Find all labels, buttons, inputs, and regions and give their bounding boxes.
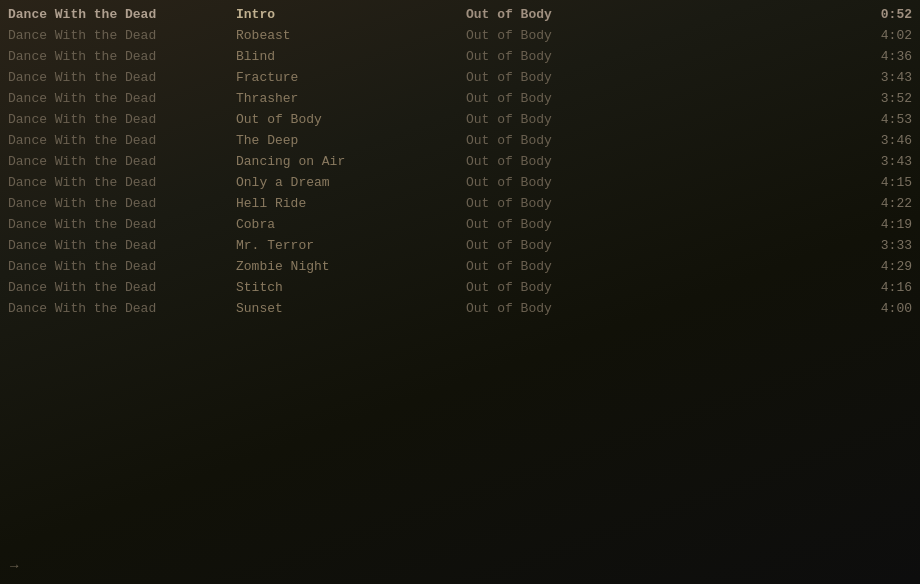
title-cell: Blind <box>228 47 458 66</box>
table-row[interactable]: Dance With the DeadThe DeepOut of Body3:… <box>0 130 920 151</box>
table-row[interactable]: Dance With the DeadStitchOut of Body4:16 <box>0 277 920 298</box>
duration-cell: 4:53 <box>852 110 912 129</box>
artist-cell: Dance With the Dead <box>8 131 228 150</box>
title-cell: Thrasher <box>228 89 458 108</box>
duration-cell: 4:00 <box>852 299 912 318</box>
duration-cell: 3:33 <box>852 236 912 255</box>
artist-cell: Dance With the Dead <box>8 194 228 213</box>
artist-cell: Dance With the Dead <box>8 299 228 318</box>
table-row[interactable]: Dance With the DeadBlindOut of Body4:36 <box>0 46 920 67</box>
album-cell: Out of Body <box>458 110 852 129</box>
album-cell: Out of Body <box>458 89 852 108</box>
duration-cell: 3:46 <box>852 131 912 150</box>
duration-cell: 3:43 <box>852 152 912 171</box>
table-row[interactable]: Dance With the DeadMr. TerrorOut of Body… <box>0 235 920 256</box>
title-cell: Robeast <box>228 26 458 45</box>
title-cell: Sunset <box>228 299 458 318</box>
title-cell: Mr. Terror <box>228 236 458 255</box>
table-row[interactable]: Dance With the DeadOnly a DreamOut of Bo… <box>0 172 920 193</box>
duration-cell: 3:52 <box>852 89 912 108</box>
album-cell: Out of Body <box>458 68 852 87</box>
duration-cell: 4:22 <box>852 194 912 213</box>
title-cell: Hell Ride <box>228 194 458 213</box>
duration-cell: 4:19 <box>852 215 912 234</box>
arrow-icon: → <box>10 558 18 574</box>
title-cell: Zombie Night <box>228 257 458 276</box>
album-cell: Out of Body <box>458 257 852 276</box>
duration-cell: 4:16 <box>852 278 912 297</box>
album-cell: Out of Body <box>458 152 852 171</box>
artist-cell: Dance With the Dead <box>8 173 228 192</box>
table-row[interactable]: Dance With the DeadIntroOut of Body0:52 <box>0 4 920 25</box>
artist-cell: Dance With the Dead <box>8 236 228 255</box>
table-row[interactable]: Dance With the DeadCobraOut of Body4:19 <box>0 214 920 235</box>
artist-cell: Dance With the Dead <box>8 278 228 297</box>
album-cell: Out of Body <box>458 278 852 297</box>
artist-cell: Dance With the Dead <box>8 47 228 66</box>
table-row[interactable]: Dance With the DeadDancing on AirOut of … <box>0 151 920 172</box>
table-row[interactable]: Dance With the DeadHell RideOut of Body4… <box>0 193 920 214</box>
album-cell: Out of Body <box>458 47 852 66</box>
album-cell: Out of Body <box>458 194 852 213</box>
artist-cell: Dance With the Dead <box>8 68 228 87</box>
duration-cell: 0:52 <box>852 5 912 24</box>
title-cell: Dancing on Air <box>228 152 458 171</box>
track-list: Dance With the DeadIntroOut of Body0:52D… <box>0 0 920 319</box>
duration-cell: 4:29 <box>852 257 912 276</box>
album-cell: Out of Body <box>458 5 852 24</box>
album-cell: Out of Body <box>458 26 852 45</box>
table-row[interactable]: Dance With the DeadOut of BodyOut of Bod… <box>0 109 920 130</box>
duration-cell: 4:02 <box>852 26 912 45</box>
table-row[interactable]: Dance With the DeadZombie NightOut of Bo… <box>0 256 920 277</box>
duration-cell: 4:15 <box>852 173 912 192</box>
artist-cell: Dance With the Dead <box>8 257 228 276</box>
artist-cell: Dance With the Dead <box>8 89 228 108</box>
duration-cell: 3:43 <box>852 68 912 87</box>
artist-cell: Dance With the Dead <box>8 110 228 129</box>
title-cell: Out of Body <box>228 110 458 129</box>
table-row[interactable]: Dance With the DeadRobeastOut of Body4:0… <box>0 25 920 46</box>
album-cell: Out of Body <box>458 299 852 318</box>
artist-cell: Dance With the Dead <box>8 215 228 234</box>
title-cell: The Deep <box>228 131 458 150</box>
table-row[interactable]: Dance With the DeadSunsetOut of Body4:00 <box>0 298 920 319</box>
title-cell: Stitch <box>228 278 458 297</box>
artist-cell: Dance With the Dead <box>8 152 228 171</box>
table-row[interactable]: Dance With the DeadThrasherOut of Body3:… <box>0 88 920 109</box>
album-cell: Out of Body <box>458 173 852 192</box>
title-cell: Cobra <box>228 215 458 234</box>
album-cell: Out of Body <box>458 236 852 255</box>
duration-cell: 4:36 <box>852 47 912 66</box>
title-cell: Only a Dream <box>228 173 458 192</box>
artist-cell: Dance With the Dead <box>8 26 228 45</box>
title-cell: Fracture <box>228 68 458 87</box>
title-cell: Intro <box>228 5 458 24</box>
album-cell: Out of Body <box>458 131 852 150</box>
table-row[interactable]: Dance With the DeadFractureOut of Body3:… <box>0 67 920 88</box>
artist-cell: Dance With the Dead <box>8 5 228 24</box>
album-cell: Out of Body <box>458 215 852 234</box>
